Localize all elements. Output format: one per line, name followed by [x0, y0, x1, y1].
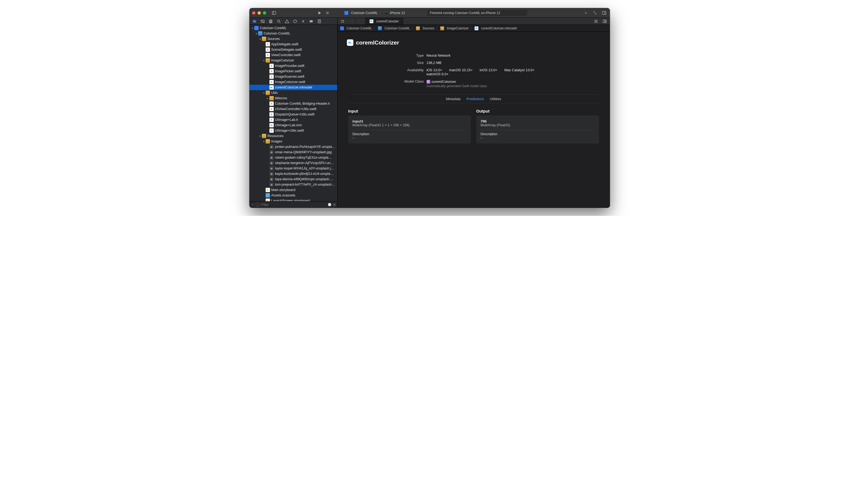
report-navigator-icon[interactable] [317, 18, 322, 24]
find-navigator-icon[interactable] [276, 18, 281, 24]
close-button[interactable] [252, 11, 255, 15]
tree-label: Coloriser-CoreML [264, 32, 290, 35]
image-icon: ▨ [269, 150, 274, 154]
tree-label: UIImage+Utils.swift [275, 129, 304, 133]
tree-item[interactable]: SImagePicker.swift [250, 68, 337, 74]
disclosure-icon[interactable]: ▸ [266, 97, 269, 100]
stop-button-icon[interactable] [325, 10, 330, 16]
model-title: coremlColorizer [356, 40, 399, 46]
issue-navigator-icon[interactable] [285, 18, 289, 24]
tree-item[interactable]: ▾Utils [250, 90, 337, 95]
tree-item[interactable]: ▾ImageColorizer [250, 58, 337, 63]
swift-icon: S [269, 64, 274, 68]
tree-item[interactable]: ▨stephanie-bergeron-AjFVsvjuSPU-un… [250, 160, 337, 166]
minimize-button[interactable] [258, 11, 261, 15]
scope-icon[interactable]: ⌄ [256, 203, 260, 207]
tree-item[interactable]: SUIViewController+Utils.swift [250, 106, 337, 112]
tree-item[interactable]: SImageColorizer.swift [250, 79, 337, 85]
tree-item[interactable]: ▨taya-dianna-eIMQ400zvpc-unsplash.… [250, 177, 337, 182]
toggle-right-panel-icon[interactable] [601, 10, 607, 16]
tree-item[interactable]: SUIImage+Utils.swift [250, 128, 337, 133]
tree-item[interactable]: ▸littlecms [250, 95, 337, 101]
breadcrumb-item[interactable]: Sources [416, 27, 434, 30]
folder-y-icon [262, 134, 266, 138]
disclosure-icon[interactable]: ▾ [251, 27, 254, 30]
tree-item[interactable]: ▨robert-godwin-cdksyTqEXzo-unspla… [250, 155, 337, 160]
tree-item[interactable]: hUIImage+Lab.h [250, 117, 337, 122]
image-icon: ▨ [269, 177, 274, 181]
tree-label: LaunchScreen.storyboard [271, 199, 310, 201]
project-navigator-icon[interactable] [252, 18, 257, 24]
tree-item[interactable]: ▨jordan-pulmano-PoAkzayxhYE-unspla… [250, 144, 337, 150]
tree-item[interactable]: SSceneDelegate.swift [250, 47, 337, 52]
editor-options-icon[interactable] [593, 18, 599, 24]
disclosure-icon[interactable]: ▾ [259, 37, 262, 41]
code-review-icon[interactable] [592, 10, 598, 16]
test-navigator-icon[interactable] [292, 18, 298, 24]
image-icon: ▨ [269, 144, 274, 149]
recent-files-icon[interactable]: 🕘 [328, 203, 332, 207]
tree-item[interactable]: hColoriser-CoreML-Bridging-Header.h [250, 101, 337, 106]
file-tree[interactable]: ▾Coloriser-CoreML▾Coloriser-CoreML▾Sourc… [250, 25, 337, 201]
run-button-icon[interactable] [316, 10, 322, 16]
breadcrumb-item[interactable]: MLcoremlColorizer.mlmodel [474, 27, 517, 30]
tree-item[interactable]: SViewController.swift [250, 52, 337, 58]
tree-item[interactable]: ▨omar-mena-QIktihNFiYY-unsplash.jpg [250, 150, 337, 155]
add-file-icon[interactable]: ＋ [251, 203, 254, 207]
tree-item[interactable]: ▾Sources [250, 36, 337, 42]
breadcrumb-item[interactable]: ImageColorizer [440, 27, 469, 30]
tree-item[interactable]: mUIImage+Lab.mm [250, 122, 337, 128]
symbol-navigator-icon[interactable] [268, 18, 273, 24]
tree-item[interactable]: SImageScanner.swift [250, 74, 337, 79]
forward-icon[interactable]: 〉 [357, 18, 363, 24]
svg-rect-9 [269, 22, 272, 23]
swift-icon: S [266, 53, 270, 57]
disclosure-icon[interactable]: ▾ [262, 59, 266, 62]
tab-predictions[interactable]: Predictions [466, 96, 484, 102]
disclosure-icon[interactable]: ▾ [262, 140, 266, 143]
disclosure-icon[interactable]: ▾ [259, 135, 262, 138]
tree-item[interactable]: SAppDelegate.swift [250, 42, 337, 47]
breadcrumb-item[interactable]: Coloriser-CoreML [340, 27, 372, 30]
tree-label: Coloriser-CoreML [260, 26, 287, 30]
add-editor-icon[interactable] [602, 18, 608, 24]
zoom-button[interactable] [263, 11, 266, 15]
tab-utilities[interactable]: Utilities [490, 96, 501, 102]
debug-navigator-icon[interactable] [301, 18, 305, 24]
tree-item[interactable]: MLcoremlColorizer.mlmodel [250, 85, 337, 90]
output-column: Output 796 MultiArray (Float32) Descript… [476, 109, 599, 143]
breakpoint-navigator-icon[interactable] [309, 18, 314, 24]
class-name[interactable]: coremlColorizer [432, 80, 456, 83]
tree-label: ImageColorizer [271, 59, 294, 62]
back-icon[interactable]: 〈 [348, 18, 354, 24]
related-items-icon[interactable] [340, 18, 346, 24]
disclosure-icon[interactable]: ▾ [255, 32, 258, 35]
tree-item[interactable]: ▾Coloriser-CoreML [250, 25, 337, 31]
tree-item[interactable]: ▾Coloriser-CoreML [250, 31, 337, 36]
breadcrumb-item[interactable]: Coloriser-CoreML [378, 27, 410, 30]
tree-item[interactable]: ▨kayla-kozlowski-p6x4jGJ-oU4-unspla… [250, 171, 337, 177]
scm-status-icon[interactable]: ⊞ [333, 203, 335, 207]
tab-metadata[interactable]: Metadata [446, 96, 461, 102]
editor-tab[interactable]: ML coremlColorizer [365, 18, 403, 25]
objc-m-icon: m [269, 123, 274, 127]
tree-item[interactable]: SDispatchQueue+Utils.swift [250, 112, 337, 117]
tree-item[interactable]: ▾Images [250, 139, 337, 144]
tree-item[interactable]: Assets.xcassets [250, 193, 337, 198]
scheme-selector[interactable]: Coloriser-CoreML 〉 📱 iPhone 12 [343, 10, 407, 16]
toggle-left-panel-icon[interactable] [271, 10, 277, 16]
tree-item[interactable]: ▾Resources [250, 133, 337, 139]
jump-bar[interactable]: Coloriser-CoreML〉Coloriser-CoreML〉Source… [337, 25, 610, 32]
input-type: MultiArray (Float32 1 × 1 × 256 × 256) [352, 123, 467, 127]
tree-item[interactable]: ▨tom-prejeant-bAT7YePX_zA-unsplash… [250, 182, 337, 187]
tree-item[interactable]: ◧LaunchScreen.storyboard [250, 198, 337, 201]
add-icon[interactable]: ＋ [583, 10, 589, 16]
source-control-navigator-icon[interactable] [260, 18, 265, 24]
tree-item[interactable]: ◧Main.storyboard [250, 187, 337, 193]
filter-input[interactable] [261, 203, 326, 207]
disclosure-icon[interactable]: ▾ [262, 91, 266, 94]
tree-item[interactable]: ▨taylor-kopel-WX4i1Jq_o0Y-unsplash.j… [250, 166, 337, 171]
type-value: Neural Network [426, 54, 599, 58]
tree-item[interactable]: SImageProvider.swift [250, 63, 337, 68]
breadcrumb-label: Coloriser-CoreML [347, 27, 372, 30]
